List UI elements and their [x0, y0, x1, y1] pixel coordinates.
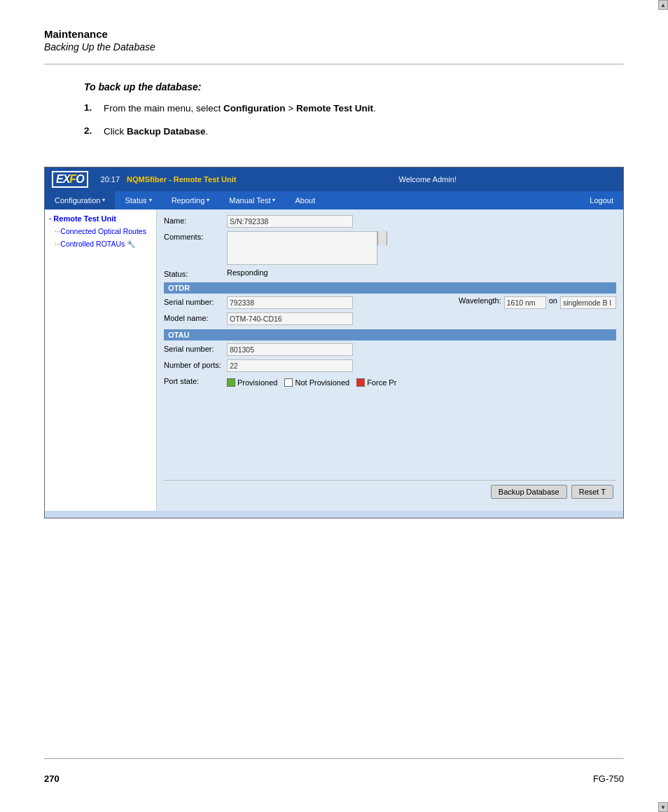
otau-ports-label: Number of ports: [164, 359, 227, 369]
app-nqms-title: NQMSfiber - Remote Test Unit [127, 175, 236, 184]
comments-row: Comments: ▲ ▼ [164, 231, 616, 265]
name-label: Name: [164, 215, 227, 225]
legend-provisioned-box [227, 378, 235, 387]
legend-force-label: Force Pr [367, 378, 396, 387]
instructions: To back up the database: 1. From the mai… [0, 64, 668, 160]
on-label: on [546, 296, 560, 305]
page-title: Maintenance [44, 28, 624, 40]
sidebar-item-remote-test-unit[interactable]: ▫ Remote Test Unit [45, 212, 156, 225]
nav-bar: Configuration ▾ Status ▾ Reporting ▾ Man… [45, 191, 623, 209]
otdr-model-row: Model name: [164, 312, 616, 325]
wavelength-label: Wavelength: [459, 296, 504, 305]
status-row: Status: Responding [164, 268, 616, 278]
app-time: 20:17 [94, 175, 127, 184]
sidebar-item-connected-optical[interactable]: ···Connected Optical Routes [45, 225, 156, 238]
nav-about[interactable]: About [285, 191, 325, 209]
app-topbar: EXFO 20:17 NQMSfiber - Remote Test Unit … [45, 167, 623, 191]
backup-database-button[interactable]: Backup Database [491, 485, 567, 499]
nav-status-arrow: ▾ [149, 197, 152, 203]
port-state-legends: Provisioned Not Provisioned Force Pr [227, 378, 396, 387]
comments-textarea-wrapper: ▲ ▼ [227, 231, 387, 265]
button-bar: Backup Database Reset T [164, 480, 616, 503]
legend-not-provisioned: Not Provisioned [284, 378, 349, 387]
otau-ports-row: Number of ports: [164, 359, 616, 372]
nav-manual-test[interactable]: Manual Test ▾ [219, 191, 285, 209]
content-panel: Name: Comments: ▲ ▼ Status: Respond [157, 209, 623, 511]
legend-not-provisioned-label: Not Provisioned [295, 378, 349, 387]
nav-manual-test-arrow: ▾ [272, 197, 275, 203]
app-main: ▫ Remote Test Unit ···Connected Optical … [45, 209, 623, 511]
nav-status[interactable]: Status ▾ [115, 191, 161, 209]
legend-provisioned-label: Provisioned [237, 378, 277, 387]
instructions-heading: To back up the database: [84, 81, 624, 92]
sidebar: ▫ Remote Test Unit ···Connected Optical … [45, 209, 157, 511]
nav-reporting-arrow: ▾ [207, 197, 209, 203]
exfo-logo: EXFO [52, 171, 88, 188]
page-footer: 270 FG-750 [44, 773, 624, 784]
name-input[interactable] [227, 215, 353, 228]
sidebar-item-controlled-rotaus[interactable]: ···Controlled ROTAUs 🔧 [45, 238, 156, 250]
otdr-section-header: OTDR [164, 282, 616, 294]
nav-configuration-arrow: ▾ [102, 197, 105, 203]
step-2: 2. Click Backup Database. [84, 125, 624, 139]
status-value: Responding [227, 268, 268, 277]
legend-force-box [356, 378, 365, 387]
app-logo: EXFO [49, 170, 94, 189]
otau-section-header: OTAU [164, 329, 616, 340]
reset-button[interactable]: Reset T [571, 485, 613, 499]
otdr-model-label: Model name: [164, 312, 227, 322]
nav-reporting[interactable]: Reporting ▾ [162, 191, 220, 209]
comments-label: Comments: [164, 231, 227, 241]
legend-not-provisioned-box [284, 378, 293, 387]
page-subtitle: Backing Up the Database [44, 41, 624, 53]
footer-doc-id: FG-750 [593, 773, 624, 784]
step-1-num: 1. [84, 102, 104, 113]
step-1: 1. From the main menu, select Configurat… [84, 102, 624, 116]
footer-line [44, 758, 624, 759]
textarea-scrollbar: ▲ ▼ [377, 231, 387, 245]
otau-serial-row: Serial number: [164, 343, 616, 356]
status-label: Status: [164, 268, 227, 278]
app-footer-strip [45, 511, 623, 518]
step-2-text: Click Backup Database. [104, 125, 208, 139]
otdr-serial-label: Serial number: [164, 296, 227, 306]
wavelength-input[interactable] [504, 296, 546, 309]
otdr-model-input[interactable] [227, 312, 353, 325]
otdr-serial-row: Serial number: Wavelength: on [164, 296, 616, 309]
otau-serial-input[interactable] [227, 343, 353, 356]
step-1-text: From the main menu, select Configuration… [104, 102, 376, 116]
nav-logout[interactable]: Logout [580, 191, 623, 209]
name-row: Name: [164, 215, 616, 228]
otdr-serial-input[interactable] [227, 296, 353, 309]
singlemode-input[interactable] [560, 296, 616, 309]
port-state-row: Port state: Provisioned Not Provisioned … [164, 376, 616, 387]
legend-force: Force Pr [356, 378, 396, 387]
legend-provisioned: Provisioned [227, 378, 277, 387]
footer-page-num: 270 [44, 773, 60, 784]
content-spacer [164, 390, 616, 474]
page-header: Maintenance Backing Up the Database [0, 0, 668, 60]
nav-configuration[interactable]: Configuration ▾ [45, 191, 115, 209]
step-2-num: 2. [84, 125, 104, 136]
otau-serial-label: Serial number: [164, 343, 227, 353]
port-state-label: Port state: [164, 376, 227, 385]
app-welcome: Welcome Admin! [236, 175, 619, 184]
otau-ports-input[interactable] [227, 359, 353, 372]
comments-textarea[interactable] [227, 231, 377, 265]
screenshot-container: EXFO 20:17 NQMSfiber - Remote Test Unit … [44, 167, 624, 518]
